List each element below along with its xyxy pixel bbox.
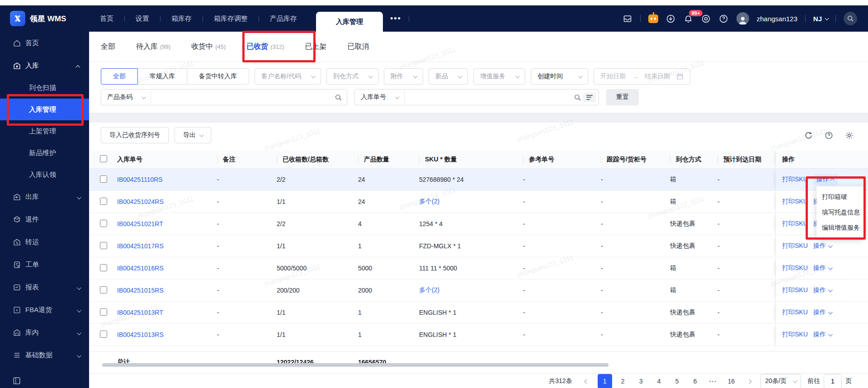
order-no-link[interactable]: IB004251015RS <box>117 287 164 294</box>
help-icon[interactable] <box>719 14 729 24</box>
status-tab-receiving[interactable]: 收货中(45) <box>191 32 226 62</box>
next-page-button[interactable] <box>742 374 757 388</box>
page-button-16[interactable]: 16 <box>724 374 739 388</box>
sidebar-item-returns[interactable]: 退件 <box>0 208 89 231</box>
page-button-5[interactable]: 5 <box>670 374 684 388</box>
order-no-link[interactable]: IB004251013RS <box>117 331 164 338</box>
select-all-checkbox[interactable] <box>100 155 107 162</box>
search-field2-selector[interactable]: 入库单号 <box>355 90 405 105</box>
print-sku-link[interactable]: 打印SKU <box>782 331 808 339</box>
more-pages-ellipsis[interactable]: ••• <box>706 374 721 388</box>
nav-tab-inbound-management-active[interactable]: 入库管理 <box>316 12 383 32</box>
inbound-order-input[interactable] <box>405 90 569 105</box>
row-checkbox[interactable] <box>100 264 107 271</box>
customer-filter-dropdown[interactable]: 客户名称/代码 <box>255 68 321 85</box>
date-range-picker[interactable]: 开始日期 → 结束日期 <box>594 68 690 85</box>
print-sku-link[interactable]: 打印SKU <box>782 175 808 184</box>
nav-box-inventory-adjust[interactable]: 箱库存调整 <box>203 14 259 23</box>
robot-assistant-icon[interactable] <box>648 14 658 24</box>
goto-page-input[interactable] <box>824 374 842 388</box>
batch-search-icon[interactable] <box>583 93 596 102</box>
refresh-icon[interactable] <box>804 131 813 140</box>
print-sku-link[interactable]: 打印SKU <box>782 308 808 317</box>
reset-button[interactable]: 重置 <box>606 89 639 105</box>
sidebar-item-transfer[interactable]: 转运 <box>0 231 89 253</box>
username[interactable]: zhangsan123 <box>757 15 797 23</box>
order-no-link[interactable]: IB004251024RS <box>117 198 164 205</box>
nav-more-icon[interactable]: ••• <box>383 14 409 24</box>
sidebar-group-reports[interactable]: 报表 <box>0 276 89 298</box>
page-button-2[interactable]: 2 <box>616 374 630 388</box>
status-tab-all[interactable]: 全部 <box>101 32 115 62</box>
app-logo[interactable]: 领星 WMS <box>0 11 89 26</box>
new-product-filter-dropdown[interactable]: 新品 <box>429 68 468 85</box>
sidebar-group-base-data[interactable]: 基础数据 <box>0 344 89 366</box>
page-button-3[interactable]: 3 <box>634 374 648 388</box>
status-tab-cancelled[interactable]: 已取消 <box>348 32 369 62</box>
sku-multiple-link[interactable]: 多个(2) <box>419 286 439 293</box>
print-sku-link[interactable]: 打印SKU <box>782 220 808 228</box>
sidebar-group-inbound[interactable]: 入库 <box>0 54 89 77</box>
page-button-4[interactable]: 4 <box>652 374 666 388</box>
time-type-dropdown[interactable]: 创建时间 <box>531 68 588 85</box>
sidebar-item-new-product-maintenance[interactable]: 新品维护 <box>0 142 89 164</box>
page-button-1-active[interactable]: 1 <box>598 374 612 388</box>
sidebar-item-inbound-claim[interactable]: 入库认领 <box>0 164 89 185</box>
sidebar-group-fba-returns[interactable]: a FBA退货 <box>0 298 89 321</box>
row-checkbox[interactable] <box>100 198 107 205</box>
notification-bell-icon[interactable]: 99+ <box>684 14 693 24</box>
menu-item-fill-pallet-info[interactable]: 填写托盘信息 <box>816 205 863 220</box>
export-button[interactable]: 导出 <box>175 127 211 143</box>
status-tab-shelved[interactable]: 已上架 <box>305 32 327 62</box>
search-icon[interactable] <box>330 94 347 101</box>
order-no-link[interactable]: IB004251016RS <box>117 265 164 272</box>
help-circle-icon[interactable] <box>825 131 833 140</box>
settings-icon[interactable] <box>701 14 711 24</box>
product-barcode-input[interactable] <box>151 90 330 105</box>
sku-multiple-link[interactable]: 多个(2) <box>419 198 439 205</box>
arrival-method-filter-dropdown[interactable]: 到仓方式 <box>326 68 378 85</box>
page-size-select[interactable]: 20条/页 <box>760 374 801 388</box>
sidebar-collapse-icon[interactable] <box>13 377 21 386</box>
sidebar-item-inbound-management-active[interactable]: 入库管理 <box>0 99 89 120</box>
action-menu-trigger-open[interactable]: 操作 <box>813 174 838 185</box>
menu-item-print-box-label[interactable]: 打印箱唛 <box>816 189 863 205</box>
order-no-link[interactable]: IB004251017RS <box>117 242 164 250</box>
horizontal-scrollbar[interactable] <box>102 363 609 367</box>
order-no-link[interactable]: IB004251021RT <box>117 220 163 227</box>
sidebar-group-in-warehouse[interactable]: 库内 <box>0 321 89 344</box>
inbox-mail-icon[interactable] <box>623 14 632 24</box>
print-sku-link[interactable]: 打印SKU <box>782 264 808 272</box>
column-settings-gear-icon[interactable] <box>845 131 854 140</box>
order-no-link[interactable]: IB004251013RT <box>117 309 163 316</box>
menu-item-edit-value-added-service[interactable]: 编辑增值服务 <box>816 220 863 236</box>
action-menu-trigger[interactable]: 操作 <box>813 242 831 250</box>
warehouse-selector[interactable]: NJ <box>813 15 828 23</box>
action-menu-trigger[interactable]: 操作 <box>813 264 831 272</box>
search-field1-selector[interactable]: 产品条码 <box>101 90 151 105</box>
attachment-filter-dropdown[interactable]: 附件 <box>384 68 423 85</box>
user-avatar[interactable] <box>736 12 749 25</box>
page-button-6[interactable]: 6 <box>688 374 703 388</box>
row-checkbox[interactable] <box>100 175 107 183</box>
action-menu-trigger[interactable]: 操作 <box>813 286 831 294</box>
status-tab-pending-inbound[interactable]: 待入库(99) <box>136 32 170 62</box>
row-checkbox[interactable] <box>100 331 107 338</box>
prev-page-button[interactable] <box>580 374 594 388</box>
sidebar-item-shelving-management[interactable]: 上架管理 <box>0 120 89 142</box>
global-search-icon[interactable] <box>844 12 857 25</box>
row-checkbox[interactable] <box>100 286 107 293</box>
nav-product-inventory[interactable]: 产品库存 <box>259 14 308 23</box>
row-checkbox[interactable] <box>100 308 107 316</box>
type-filter-stock-transfer-inbound[interactable]: 备货中转入库 <box>187 68 249 85</box>
type-filter-all[interactable]: 全部 <box>101 68 138 85</box>
download-center-icon[interactable] <box>666 14 676 24</box>
status-tab-received-active[interactable]: 已收货(312) <box>246 32 284 62</box>
type-filter-regular-inbound[interactable]: 常规入库 <box>137 68 187 85</box>
print-sku-link[interactable]: 打印SKU <box>782 286 808 294</box>
sidebar-item-work-orders[interactable]: 工单 <box>0 253 89 276</box>
nav-box-inventory[interactable]: 箱库存 <box>160 14 203 23</box>
print-sku-link[interactable]: 打印SKU <box>782 242 808 250</box>
nav-settings[interactable]: 设置 <box>125 14 160 23</box>
row-checkbox[interactable] <box>100 220 107 227</box>
